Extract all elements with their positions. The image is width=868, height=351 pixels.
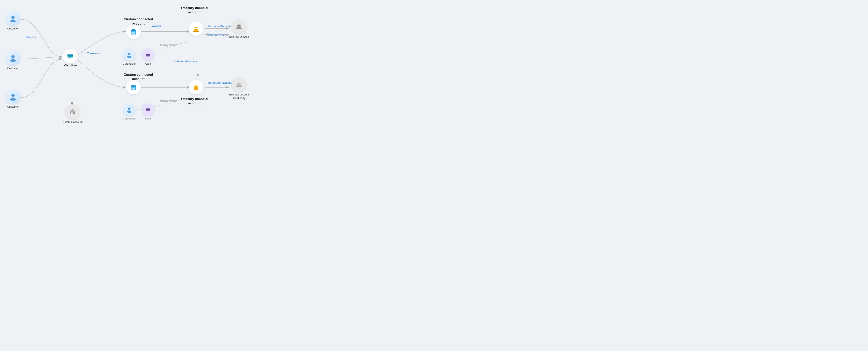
- external-account-3p-icon: [232, 77, 246, 92]
- customer-1-label: Customer: [7, 27, 19, 30]
- cardholder-2-label: Cardholder: [123, 117, 136, 120]
- card-1-icon: [142, 49, 154, 61]
- customer-1-node: Customer: [6, 11, 20, 30]
- external-account-right-label: External account: [229, 35, 249, 38]
- cardholder-1-node: Cardholder: [123, 49, 136, 66]
- custom-connected-1-icon: [126, 24, 141, 39]
- svg-rect-48: [195, 27, 197, 27]
- external-account-bottom-node: External account: [63, 105, 83, 124]
- svg-rect-74: [241, 84, 241, 86]
- platform-node: Platform: [63, 49, 78, 68]
- svg-rect-73: [239, 84, 240, 86]
- treasury-fa-2-title: Treasury financialaccount: [181, 97, 208, 106]
- treasury-fa-1-title: Treasury financialaccount: [181, 6, 208, 14]
- svg-rect-28: [72, 112, 72, 114]
- svg-rect-75: [237, 86, 242, 87]
- payouts-label: Payouts: [151, 24, 161, 27]
- svg-point-20: [10, 59, 16, 62]
- svg-point-22: [10, 98, 16, 100]
- svg-rect-43: [195, 29, 196, 31]
- svg-rect-72: [238, 84, 239, 86]
- treasury-fa-2-icon: [189, 80, 203, 94]
- cardholder-1-icon: [123, 49, 135, 61]
- svg-rect-30: [74, 112, 75, 114]
- custom-connected-2-node: [126, 80, 141, 94]
- svg-rect-35: [132, 32, 134, 34]
- svg-rect-57: [132, 88, 134, 90]
- issuing-balance-2-label: Issuing balance: [160, 99, 177, 103]
- svg-rect-45: [197, 29, 198, 31]
- inbound-transfer-label: InboundTransfer: [208, 33, 229, 36]
- svg-rect-40: [146, 54, 150, 55]
- external-account-3p-node: External accountThird party: [229, 77, 249, 100]
- external-account-right-node: External account: [229, 19, 249, 38]
- svg-rect-67: [197, 87, 198, 90]
- svg-point-59: [128, 108, 130, 110]
- svg-rect-58: [131, 88, 133, 89]
- svg-rect-55: [238, 24, 240, 25]
- svg-point-37: [128, 53, 130, 55]
- svg-point-19: [11, 55, 14, 59]
- card-1-node: Card: [142, 49, 154, 66]
- svg-rect-66: [196, 87, 197, 90]
- customer-2-label: Customer: [7, 67, 19, 70]
- svg-rect-31: [70, 114, 75, 114]
- svg-rect-68: [193, 90, 199, 90]
- outbound-payment-top-label: OutboundPayment: [174, 60, 197, 63]
- svg-rect-52: [241, 26, 241, 28]
- outbound-transfer-label: OutboundTransfer: [208, 25, 231, 28]
- customer-2-node: Customer: [6, 51, 20, 70]
- pay-ins-label: Pay-ins: [26, 35, 36, 38]
- svg-rect-63: [147, 111, 148, 111]
- svg-rect-36: [131, 32, 133, 34]
- svg-point-60: [127, 111, 131, 113]
- external-account-bottom-icon: [65, 105, 80, 119]
- external-account-3p-label: External accountThird party: [229, 93, 249, 100]
- svg-rect-49: [237, 26, 238, 28]
- svg-point-17: [11, 16, 14, 19]
- platform-avatar: [63, 49, 78, 63]
- svg-point-26: [67, 54, 73, 55]
- external-account-bottom-label: External account: [63, 120, 83, 124]
- svg-rect-64: [194, 87, 194, 90]
- treasury-fa-1-node: [189, 21, 203, 36]
- svg-rect-71: [237, 84, 238, 86]
- card-1-label: Card: [145, 62, 151, 66]
- custom-connected-2-icon: [126, 80, 141, 94]
- external-account-right-icon: [232, 19, 246, 34]
- customer-1-avatar: [6, 11, 20, 26]
- treasury-fa-2-node: [189, 80, 203, 94]
- svg-rect-70: [195, 85, 197, 86]
- treasury-fa-1-icon: [189, 21, 203, 36]
- svg-rect-53: [237, 28, 242, 29]
- customer-3-avatar: [6, 89, 20, 104]
- svg-rect-29: [73, 112, 74, 114]
- customer-3-node: Customer: [6, 89, 20, 109]
- svg-rect-44: [196, 29, 197, 31]
- svg-rect-33: [72, 110, 74, 111]
- svg-point-38: [127, 56, 131, 58]
- card-2-label: Card: [145, 117, 151, 120]
- transfers-label: Transfers: [87, 52, 99, 55]
- cardholder-2-icon: [123, 104, 135, 116]
- cardholder-1-label: Cardholder: [123, 62, 136, 66]
- platform-label: Platform: [64, 63, 77, 68]
- issuing-balance-1-label: Issuing balance: [160, 44, 177, 47]
- customer-2-avatar: [6, 51, 20, 65]
- svg-rect-62: [146, 109, 150, 110]
- card-2-icon: [142, 104, 154, 116]
- svg-rect-50: [238, 26, 239, 28]
- svg-rect-46: [193, 31, 199, 32]
- customer-3-label: Customer: [7, 105, 19, 109]
- svg-rect-51: [239, 26, 240, 28]
- outbound-payment-bottom-label: OutboundPayment: [208, 81, 231, 84]
- cardholder-2-node: Cardholder: [123, 104, 136, 120]
- svg-point-21: [11, 94, 14, 97]
- svg-rect-42: [194, 29, 194, 31]
- svg-rect-65: [195, 87, 196, 90]
- svg-rect-41: [147, 56, 148, 56]
- card-2-node: Card: [142, 104, 154, 120]
- svg-rect-27: [70, 112, 71, 114]
- diagram: Customer Customer Customer Pay-ins: [0, 0, 312, 126]
- custom-connected-1-node: [126, 24, 141, 39]
